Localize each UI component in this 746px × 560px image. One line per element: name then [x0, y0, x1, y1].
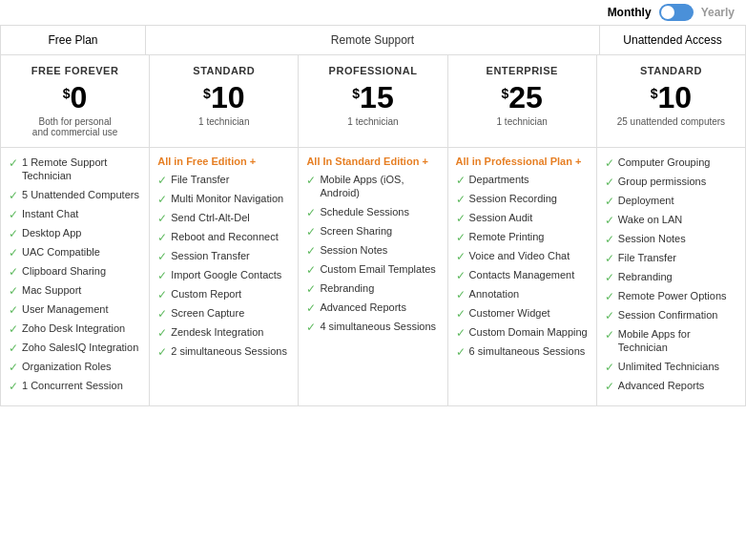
professional-plan-name: PROFESSIONAL: [306, 65, 439, 76]
check-icon: ✓: [157, 212, 167, 225]
list-item: ✓Instant Chat: [9, 207, 141, 221]
list-item: ✓Reboot and Reconnect: [157, 230, 290, 244]
check-icon: ✓: [456, 231, 466, 244]
list-item: ✓Session Notes: [306, 243, 439, 258]
enterprise-amount: 25: [508, 82, 543, 113]
professional-amount: 15: [360, 82, 394, 113]
list-item: ✓5 Unattended Computers: [9, 188, 141, 202]
list-item: ✓Mobile Apps for Technician: [605, 327, 737, 355]
check-icon: ✓: [306, 244, 316, 258]
top-bar: Monthly Yearly: [0, 0, 746, 25]
list-item: ✓Contacts Management: [456, 268, 589, 282]
list-item: ✓Clipboard Sharing: [9, 264, 141, 279]
list-item: ✓4 simultaneous Sessions: [306, 320, 439, 334]
check-icon: ✓: [605, 233, 614, 246]
list-item: ✓Session Audit: [456, 211, 589, 225]
check-icon: ✓: [456, 326, 466, 340]
list-item: ✓Send Ctrl-Alt-Del: [157, 211, 290, 225]
list-item: ✓Custom Email Templates: [306, 262, 439, 277]
free-amount: 0: [71, 82, 88, 113]
enterprise-currency: $: [502, 86, 509, 101]
check-icon: ✓: [605, 328, 614, 342]
check-icon: ✓: [9, 156, 18, 170]
remote-group-header: Remote Support: [146, 26, 599, 54]
features-row: ✓1 Remote Support Technician✓5 Unattende…: [0, 148, 746, 406]
professional-features: All In Standard Edition + ✓Mobile Apps (…: [299, 148, 447, 405]
check-icon: ✓: [157, 231, 167, 244]
check-icon: ✓: [9, 246, 18, 259]
check-icon: ✓: [605, 309, 614, 322]
check-icon: ✓: [456, 345, 466, 359]
free-currency: $: [63, 86, 71, 101]
list-item: ✓Zoho Desk Integration: [9, 321, 141, 336]
unattended-group-header: Unattended Access: [600, 26, 745, 54]
enterprise-plan-name: ENTERPRISE: [456, 65, 589, 76]
yearly-label: Yearly: [701, 6, 735, 19]
check-icon: ✓: [9, 361, 18, 374]
free-price-row: $ 0: [9, 82, 141, 113]
list-item: ✓Mobile Apps (iOS, Android): [306, 173, 439, 200]
check-icon: ✓: [306, 282, 316, 296]
enterprise-price-row: $ 25: [456, 82, 589, 113]
list-item: ✓Remote Printing: [456, 230, 589, 244]
list-item: ✓File Transfer: [157, 173, 290, 187]
check-icon: ✓: [605, 252, 614, 265]
check-icon: ✓: [157, 269, 167, 282]
list-item: ✓User Management: [9, 302, 141, 317]
list-item: ✓Rebranding: [605, 270, 737, 284]
check-icon: ✓: [306, 321, 316, 334]
check-icon: ✓: [9, 380, 18, 393]
unattended-currency: $: [651, 86, 658, 101]
list-item: ✓Departments: [456, 173, 589, 187]
list-item: ✓Zoho SalesIQ Integration: [9, 341, 141, 355]
list-item: ✓Advanced Reports: [306, 301, 439, 315]
free-features: ✓1 Remote Support Technician✓5 Unattende…: [1, 148, 150, 405]
list-item: ✓File Transfer: [605, 251, 737, 265]
list-item: ✓Organization Roles: [9, 360, 141, 374]
list-item: ✓Unlimited Technicians: [605, 360, 737, 374]
free-group-header: Free Plan: [1, 26, 146, 54]
list-item: ✓Session Transfer: [157, 249, 290, 263]
pricing-row: FREE FOREVER $ 0 Both for personal and c…: [0, 55, 746, 148]
check-icon: ✓: [456, 250, 466, 263]
list-item: ✓Screen Sharing: [306, 224, 439, 239]
list-item: ✓1 Concurrent Session: [9, 379, 141, 393]
monthly-label: Monthly: [608, 6, 652, 19]
list-item: ✓Desktop App: [9, 226, 141, 240]
standard-plan-name: STANDARD: [157, 65, 290, 76]
check-icon: ✓: [456, 193, 466, 206]
list-item: ✓Wake on LAN: [605, 213, 737, 227]
check-icon: ✓: [605, 214, 614, 227]
list-item: ✓Group permissions: [605, 175, 737, 189]
pricing-table: Free Plan Remote Support Unattended Acce…: [0, 25, 746, 406]
free-features-list: ✓1 Remote Support Technician✓5 Unattende…: [9, 156, 141, 393]
billing-toggle[interactable]: [659, 4, 694, 21]
check-icon: ✓: [306, 174, 316, 187]
standard-features: All in Free Edition + ✓File Transfer✓Mul…: [150, 148, 299, 405]
check-icon: ✓: [456, 269, 466, 282]
list-item: ✓Voice and Video Chat: [456, 249, 589, 263]
list-item: ✓Advanced Reports: [605, 379, 737, 393]
standard-plan-price: STANDARD $ 10 1 technician: [150, 55, 299, 147]
unattended-plan-price: STANDARD $ 10 25 unattended computers: [597, 55, 745, 147]
unattended-sub: 25 unattended computers: [605, 116, 737, 127]
standard-features-list: ✓File Transfer✓Multi Monitor Navigation✓…: [157, 173, 290, 359]
list-item: ✓Computer Grouping: [605, 156, 737, 170]
unattended-amount: 10: [658, 82, 693, 113]
enterprise-sub: 1 technician: [456, 116, 589, 127]
check-icon: ✓: [157, 288, 167, 301]
standard-sub: 1 technician: [157, 116, 290, 127]
check-icon: ✓: [456, 212, 466, 225]
check-icon: ✓: [605, 156, 614, 170]
check-icon: ✓: [9, 227, 18, 240]
check-icon: ✓: [306, 301, 316, 315]
check-icon: ✓: [456, 307, 466, 321]
list-item: ✓Schedule Sessions: [306, 205, 439, 219]
list-item: ✓Annotation: [456, 287, 589, 301]
list-item: ✓6 simultaneous Sessions: [456, 344, 589, 359]
remote-group-label: Remote Support: [331, 33, 414, 47]
group-header-row: Free Plan Remote Support Unattended Acce…: [0, 25, 746, 55]
list-item: ✓Remote Power Options: [605, 289, 737, 303]
check-icon: ✓: [157, 250, 167, 263]
professional-edition-label: All In Standard Edition +: [306, 156, 439, 167]
